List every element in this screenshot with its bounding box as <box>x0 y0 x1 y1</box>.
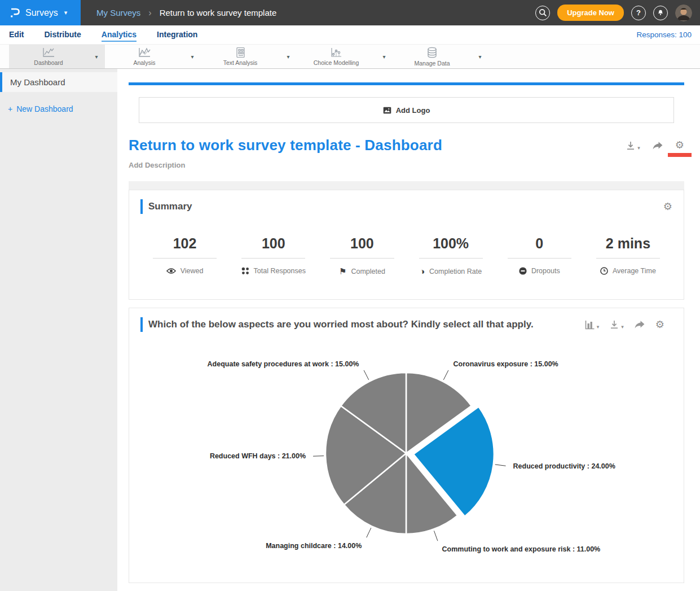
stat-viewed: 102 Viewed <box>140 235 229 275</box>
caret-down-icon: ▾ <box>597 324 600 330</box>
pie-slice-label: Coronavirus exposure : 15.00% <box>454 360 558 368</box>
app-logo[interactable]: Surveys ▾ <box>0 0 81 25</box>
pie-chart: Coronavirus exposure : 15.00%Reduced pro… <box>129 332 684 580</box>
toolbar-group-text-analysis: Text Analysis ▾ <box>201 45 297 68</box>
sidebar-item-label: My Dashboard <box>10 77 65 87</box>
add-logo-label: Add Logo <box>396 106 430 115</box>
summary-card: Summary ⚙ 102 Viewed 100 <box>129 190 684 300</box>
sidebar-item-my-dashboard[interactable]: My Dashboard <box>0 72 117 92</box>
search-icon <box>539 8 547 17</box>
share-icon <box>634 320 645 329</box>
download-icon <box>626 141 636 151</box>
image-icon <box>383 107 391 114</box>
download-chart-button[interactable]: ▾ <box>609 319 624 330</box>
toolbar-group-dashboard: Dashboard ▾ <box>9 45 105 68</box>
upgrade-now-button[interactable]: Upgrade Now <box>557 5 624 21</box>
stat-value: 100% <box>407 235 495 252</box>
tab-edit[interactable]: Edit <box>9 28 24 42</box>
dots-grid-icon <box>241 267 249 275</box>
dashboard-main: Add Logo Return to work survey template … <box>117 69 700 591</box>
tab-distribute[interactable]: Distribute <box>44 28 81 42</box>
share-chart-button[interactable] <box>634 320 645 329</box>
choice-modelling-dropdown-caret[interactable]: ▾ <box>376 45 393 68</box>
pie-label-connector <box>313 456 324 457</box>
stat-average-time: 2 mins Average Time <box>584 235 672 275</box>
caret-down-icon: ▾ <box>637 145 640 151</box>
dashboard-sidebar: My Dashboard + New Dashboard <box>0 69 117 591</box>
pie-label-connector <box>364 370 369 380</box>
toolbar-item-dashboard[interactable]: Dashboard <box>9 45 88 68</box>
stat-label-text: Viewed <box>180 267 204 275</box>
stat-value: 100 <box>318 235 406 252</box>
question-title: Which of the below aspects are you worri… <box>148 319 534 330</box>
responses-count[interactable]: Responses: 100 <box>636 30 692 39</box>
card-accent-bar <box>140 199 143 214</box>
new-dashboard-button[interactable]: + New Dashboard <box>8 104 117 113</box>
plus-icon: + <box>8 104 12 113</box>
pie-slice-label: Reduced WFH days : 21.00% <box>210 452 306 460</box>
stat-divider <box>241 258 305 259</box>
survey-subnav: Edit Distribute Analytics Integration Re… <box>0 25 700 44</box>
toolbar-item-label: Text Analysis <box>223 59 258 66</box>
breadcrumb: My Surveys › Return to work survey templ… <box>96 8 276 18</box>
section-divider <box>129 181 684 190</box>
toolbar-group-manage-data: Manage Data ▾ <box>393 45 488 68</box>
download-dashboard-button[interactable]: ▾ <box>626 141 640 151</box>
share-icon <box>652 141 663 150</box>
add-description-button[interactable]: Add Description <box>129 161 684 169</box>
dashboard-dropdown-caret[interactable]: ▾ <box>88 45 105 68</box>
pie-slice-label: Adequate safety procedures at work : 15.… <box>208 360 359 368</box>
pie-label-connector <box>434 531 437 541</box>
stat-value: 100 <box>229 235 318 252</box>
choice-modelling-icon <box>329 47 343 58</box>
chart-type-button[interactable]: ▾ <box>585 320 600 330</box>
dashboard-actions: ▾ ⚙ <box>626 137 684 151</box>
chart-actions: ▾ ▾ ⚙ <box>585 319 664 330</box>
breadcrumb-current: Return to work survey template <box>160 8 277 17</box>
dashboard-chart-icon <box>42 47 55 58</box>
stat-label-text: Total Responses <box>254 267 306 275</box>
toolbar-item-text-analysis[interactable]: Text Analysis <box>201 45 280 68</box>
tab-analytics[interactable]: Analytics <box>102 28 137 42</box>
analysis-dropdown-caret[interactable]: ▾ <box>184 45 201 68</box>
analysis-chart-icon <box>138 47 151 58</box>
breadcrumb-my-surveys[interactable]: My Surveys <box>96 8 140 17</box>
notifications-button[interactable] <box>653 6 668 20</box>
tab-integration[interactable]: Integration <box>157 28 197 42</box>
help-button[interactable]: ? <box>631 6 646 20</box>
eye-icon <box>166 268 176 274</box>
database-icon <box>425 47 439 59</box>
text-analysis-icon <box>234 47 246 58</box>
toolbar-item-manage-data[interactable]: Manage Data <box>393 45 472 68</box>
dashboard-settings-button[interactable]: ⚙ <box>675 140 684 151</box>
search-button[interactable] <box>535 6 550 20</box>
pie-slice-label: Managing childcare : 14.00% <box>266 542 362 550</box>
user-photo <box>675 5 692 21</box>
pie-slice-label: Reduced productivity : 24.00% <box>513 462 615 470</box>
toolbar-item-analysis[interactable]: Analysis <box>105 45 184 68</box>
analytics-toolbar: Dashboard ▾ Analysis ▾ <box>0 44 700 69</box>
toolbar-item-label: Dashboard <box>34 59 63 66</box>
stat-divider <box>596 258 660 259</box>
share-dashboard-button[interactable] <box>652 141 663 150</box>
text-analysis-dropdown-caret[interactable]: ▾ <box>280 45 297 68</box>
add-logo-button[interactable]: Add Logo <box>139 97 674 123</box>
stat-label-text: Dropouts <box>531 267 560 275</box>
download-icon <box>609 319 619 330</box>
toolbar-item-choice-modelling[interactable]: Choice Modelling <box>297 45 376 68</box>
chart-settings-gear-icon[interactable]: ⚙ <box>655 319 664 330</box>
highlight-marker <box>668 153 692 157</box>
stat-divider <box>330 258 394 259</box>
minus-circle-icon <box>519 267 527 275</box>
manage-data-dropdown-caret[interactable]: ▾ <box>472 45 488 68</box>
avatar[interactable] <box>675 5 692 21</box>
stat-divider <box>153 258 217 259</box>
stat-value: 2 mins <box>584 235 672 252</box>
pie-label-connector <box>367 528 371 537</box>
stat-value: 0 <box>495 235 584 252</box>
clock-icon <box>600 267 608 275</box>
bar-chart-icon <box>585 320 595 330</box>
pie-label-connector <box>443 370 448 380</box>
page-title[interactable]: Return to work survey template - Dashboa… <box>129 137 442 154</box>
summary-settings-gear-icon[interactable]: ⚙ <box>663 202 672 212</box>
